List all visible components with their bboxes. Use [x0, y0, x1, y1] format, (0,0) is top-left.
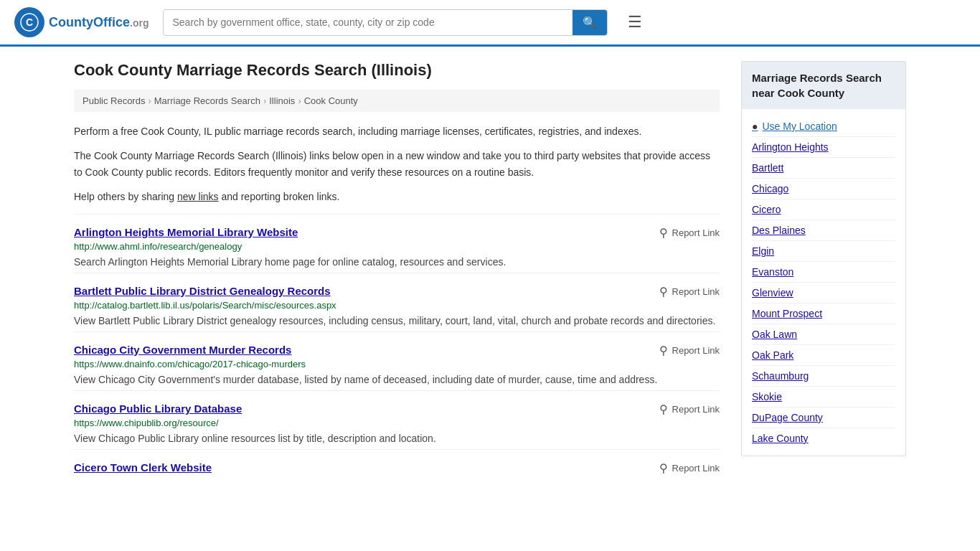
sidebar-header: Marriage Records Search near Cook County: [742, 62, 905, 109]
result-desc: View Chicago City Government's murder da…: [74, 372, 720, 387]
hamburger-icon: ☰: [628, 13, 642, 31]
result-item: Chicago City Government Murder Records ⚲…: [74, 331, 720, 390]
sidebar-link[interactable]: Lake County: [752, 428, 895, 448]
sidebar-link[interactable]: DuPage County: [752, 407, 895, 428]
report-icon: ⚲: [659, 461, 668, 475]
result-item: Arlington Heights Memorial Library Websi…: [74, 214, 720, 273]
sidebar-link[interactable]: Oak Park: [752, 344, 895, 365]
menu-button[interactable]: ☰: [622, 10, 648, 34]
results-list: Arlington Heights Memorial Library Websi…: [74, 214, 720, 479]
breadcrumb: Public Records › Marriage Records Search…: [74, 90, 720, 112]
result-item: Cicero Town Clerk Website ⚲ Report Link: [74, 449, 720, 479]
result-title[interactable]: Bartlett Public Library District Genealo…: [74, 285, 331, 297]
new-links-link[interactable]: new links: [177, 191, 219, 202]
report-label: Report Link: [672, 227, 720, 238]
result-title[interactable]: Chicago City Government Murder Records: [74, 344, 291, 356]
result-url: https://www.dnainfo.com/chicago/2017-chi…: [74, 359, 720, 369]
search-button[interactable]: 🔍: [573, 10, 607, 35]
page-title: Cook County Marriage Records Search (Ill…: [74, 61, 720, 80]
report-link[interactable]: ⚲ Report Link: [659, 402, 720, 416]
description-1: Perform a free Cook County, IL public ma…: [74, 123, 720, 139]
report-label: Report Link: [672, 286, 720, 297]
breadcrumb-sep-1: ›: [148, 95, 151, 106]
result-desc: View Chicago Public Library online resou…: [74, 431, 720, 446]
result-item: Chicago Public Library Database ⚲ Report…: [74, 390, 720, 449]
search-input[interactable]: [164, 11, 573, 34]
report-link[interactable]: ⚲ Report Link: [659, 461, 720, 475]
breadcrumb-marriage-records[interactable]: Marriage Records Search: [154, 95, 260, 106]
sidebar-links: Arlington HeightsBartlettChicagoCiceroDe…: [752, 136, 895, 448]
report-link[interactable]: ⚲ Report Link: [659, 344, 720, 357]
report-link[interactable]: ⚲ Report Link: [659, 226, 720, 240]
report-icon: ⚲: [659, 226, 668, 240]
use-location-link[interactable]: ● Use My Location: [752, 116, 895, 136]
search-icon: 🔍: [583, 17, 597, 29]
result-desc: Search Arlington Heights Memorial Librar…: [74, 255, 720, 270]
breadcrumb-sep-2: ›: [263, 95, 266, 106]
location-icon: ●: [752, 121, 758, 132]
sidebar-body: ● Use My Location Arlington HeightsBartl…: [742, 109, 905, 456]
sidebar-link[interactable]: Chicago: [752, 178, 895, 199]
report-link[interactable]: ⚲ Report Link: [659, 285, 720, 298]
sidebar-link[interactable]: Oak Lawn: [752, 324, 895, 344]
report-icon: ⚲: [659, 402, 668, 416]
sidebar-link[interactable]: Skokie: [752, 386, 895, 407]
logo-icon: C: [14, 7, 44, 37]
description-2: The Cook County Marriage Records Search …: [74, 148, 720, 180]
svg-text:C: C: [26, 17, 33, 28]
sidebar-link[interactable]: Arlington Heights: [752, 136, 895, 157]
result-item: Bartlett Public Library District Genealo…: [74, 273, 720, 331]
result-title[interactable]: Chicago Public Library Database: [74, 402, 242, 415]
sidebar: Marriage Records Search near Cook County…: [741, 61, 906, 479]
sidebar-link[interactable]: Glenview: [752, 282, 895, 303]
sidebar-link[interactable]: Cicero: [752, 199, 895, 220]
sidebar-link[interactable]: Des Plaines: [752, 220, 895, 240]
result-url: http://www.ahml.info/research/genealogy: [74, 241, 720, 252]
breadcrumb-public-records[interactable]: Public Records: [83, 95, 145, 106]
sidebar-link[interactable]: Elgin: [752, 240, 895, 261]
result-url: http://catalog.bartlett.lib.il.us/polari…: [74, 300, 720, 311]
sidebar-link[interactable]: Mount Prospect: [752, 303, 895, 324]
search-bar: 🔍: [163, 9, 608, 36]
sidebar-link[interactable]: Evanston: [752, 261, 895, 282]
breadcrumb-illinois[interactable]: Illinois: [269, 95, 295, 106]
result-url: https://www.chipublib.org/resource/: [74, 418, 720, 428]
sidebar-link[interactable]: Schaumburg: [752, 365, 895, 386]
logo-text: CountyOffice.org: [49, 15, 149, 30]
result-title[interactable]: Cicero Town Clerk Website: [74, 461, 212, 474]
report-label: Report Link: [672, 404, 720, 415]
result-desc: View Bartlett Public Library District ge…: [74, 314, 720, 329]
report-icon: ⚲: [659, 344, 668, 357]
breadcrumb-cook-county[interactable]: Cook County: [304, 95, 358, 106]
description-3: Help others by sharing new links and rep…: [74, 189, 720, 204]
breadcrumb-sep-3: ›: [298, 95, 301, 106]
logo[interactable]: C CountyOffice.org: [14, 7, 149, 37]
report-icon: ⚲: [659, 285, 668, 298]
result-title[interactable]: Arlington Heights Memorial Library Websi…: [74, 226, 298, 238]
sidebar-link[interactable]: Bartlett: [752, 157, 895, 178]
report-label: Report Link: [672, 463, 720, 474]
report-label: Report Link: [672, 345, 720, 356]
